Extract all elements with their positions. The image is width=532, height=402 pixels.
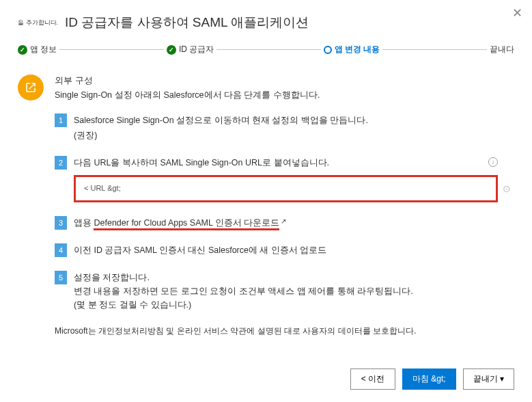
instruction-step-5: 5 설정을 저장합니다. 변경 내용을 저장하면 모든 로그인 요청이 조건부 … (55, 271, 514, 312)
step-id-provider[interactable]: ✓ ID 공급자 (167, 44, 214, 55)
step-label: 끝내다 (490, 44, 514, 55)
circle-icon (324, 46, 332, 54)
wizard-stepper: ✓ 앱 정보 ✓ ID 공급자 앱 변경 내용 끝내다 (18, 44, 514, 55)
section-title: 외부 구성 (55, 75, 514, 87)
privacy-footnote: Microsoft는 개인정보처리방침 및 온라인 서비스 약관에 설명된 대로… (55, 325, 514, 337)
url-placeholder: < URL &gt; (84, 184, 121, 192)
step-label: ID 공급자 (179, 44, 214, 55)
download-cert-link[interactable]: Defender for Cloud Apps SAML 인증서 다운로드 (94, 218, 279, 230)
instruction-step-4: 4 이전 ID 공급자 SAML 인증서 대신 Salesforce에 새 인증… (55, 243, 514, 257)
instruction-step-2: 2 다음 URL을 복사하며 SAML Single Sign-On URL로 … (55, 156, 514, 202)
finish-button[interactable]: 마침 &gt; (402, 368, 456, 390)
step-text-prefix: 앱용 (74, 218, 94, 228)
step-label: 앱 정보 (30, 44, 57, 55)
instruction-step-1: 1 Salesforce Single Sign-On 설정으로 이동하며 현재… (55, 113, 514, 142)
step-text-line1: 설정을 저장합니다. (74, 271, 498, 284)
export-button[interactable]: 끝내기 ▾ (463, 368, 514, 390)
previous-button[interactable]: < 이전 (350, 368, 395, 390)
step-recommended: (권장) (74, 129, 498, 142)
check-icon: ✓ (18, 45, 27, 55)
external-link-icon (25, 81, 37, 94)
section-description: Single Sign-On 설정 아래의 Salesforce에서 다음 단계… (55, 90, 514, 101)
step-text: 다음 URL을 복사하며 SAML Single Sign-On URL로 붙여… (74, 158, 329, 168)
step-divider (59, 49, 164, 50)
instruction-step-3: 3 앱용 Defender for Cloud Apps SAML 인증서 다운… (55, 216, 514, 230)
step-text: 이전 ID 공급자 SAML 인증서 대신 Salesforce에 새 인증서 … (74, 245, 326, 255)
step-number: 5 (55, 271, 67, 284)
page-title: ID 공급자를 사용하여 SAML 애플리케이션 (65, 14, 309, 31)
dialog-header: 을 추가합니다. ID 공급자를 사용하여 SAML 애플리케이션 (18, 14, 514, 31)
step-app-info[interactable]: ✓ 앱 정보 (18, 44, 57, 55)
check-icon: ✓ (167, 45, 176, 55)
step-number: 1 (55, 113, 67, 127)
copy-icon[interactable]: ⊙ (503, 181, 511, 196)
info-icon[interactable]: i (488, 157, 498, 167)
step-divider (216, 49, 321, 50)
external-link-icon: ↗ (281, 216, 286, 227)
step-number: 3 (55, 216, 67, 230)
close-button[interactable]: ✕ (512, 7, 522, 19)
step-number: 2 (55, 156, 67, 170)
step-text: Salesforce Single Sign-On 설정으로 이동하며 현재 설… (74, 116, 368, 125)
step-label: 앱 변경 내용 (335, 44, 380, 55)
header-prefix: 을 추가합니다. (18, 18, 58, 27)
wizard-footer: < 이전 마침 &gt; 끝내기 ▾ (350, 368, 514, 390)
step-divider (382, 49, 487, 50)
external-link-badge (18, 75, 44, 100)
saml-url-field[interactable]: < URL &gt; ⊙ (74, 175, 498, 202)
step-text-line2: 변경 내용을 저장하면 모든 로그인 요청이 조건부 액세스 앱 제어를 통해 … (74, 284, 498, 298)
step-app-changes[interactable]: 앱 변경 내용 (324, 44, 380, 55)
step-text-line3: (몇 분 정도 걸릴 수 있습니다.) (74, 298, 498, 312)
step-number: 4 (55, 243, 67, 257)
step-finish[interactable]: 끝내다 (490, 44, 514, 55)
